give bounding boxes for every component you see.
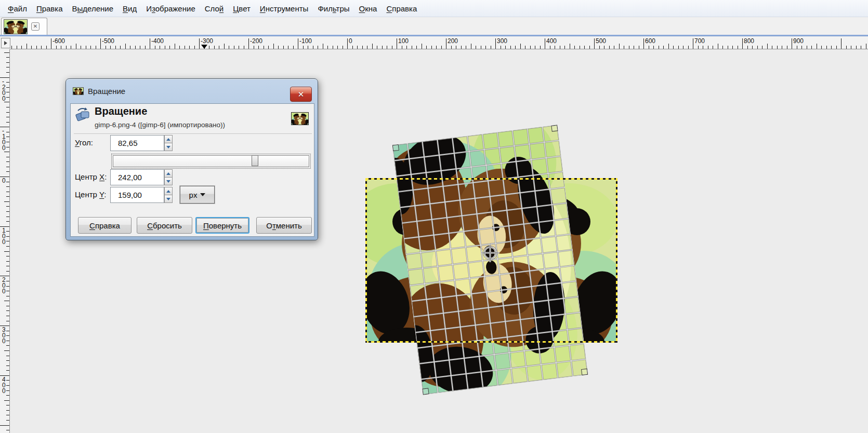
unit-value: px: [189, 191, 198, 199]
menu-item-layer[interactable]: Слой: [200, 2, 229, 16]
rotation-center-marker[interactable]: [480, 242, 501, 265]
menu-item-filters[interactable]: Фильтры: [313, 2, 354, 16]
separator: [74, 133, 312, 134]
menu-bar: ФайлПравкаВыделениеВидИзображениеСлойЦве…: [0, 0, 868, 17]
slider-handle[interactable]: [252, 155, 258, 166]
rotate-button[interactable]: Повернуть: [195, 217, 249, 234]
play-triangle-icon: [4, 41, 7, 45]
menu-item-colors[interactable]: Цвет: [228, 2, 255, 16]
dialog-header: Вращение gimp-6.png-4 ([gimp-6] (импорти…: [71, 104, 314, 133]
image-thumbnail: [4, 19, 28, 34]
dialog-title: Вращение: [88, 87, 125, 96]
rotate-tool-icon: [75, 107, 91, 124]
center-x-input[interactable]: [110, 169, 164, 185]
help-button[interactable]: Справка: [78, 217, 131, 234]
spin-up-button[interactable]: [164, 187, 173, 195]
rotate-dialog: Вращение ✕ Вращение gimp-6.png-4 ([gimp-…: [65, 78, 318, 240]
unit-dropdown[interactable]: px: [180, 186, 215, 204]
menu-item-select[interactable]: Выделение: [68, 2, 119, 16]
dialog-content: Вращение gimp-6.png-4 ([gimp-6] (импорти…: [70, 103, 314, 237]
center-x-spinner: [164, 169, 173, 185]
chevron-down-icon: [200, 193, 205, 196]
menu-item-help[interactable]: Справка: [382, 2, 422, 16]
spin-down-button[interactable]: [164, 178, 173, 185]
layer-thumbnail: [291, 112, 309, 125]
tab-bar: ✕: [0, 17, 868, 36]
arrow-up-icon: [166, 172, 170, 175]
close-tab-icon[interactable]: ✕: [31, 22, 40, 31]
dialog-button-row: СправкаСброситьПовернутьОтменить: [71, 217, 314, 234]
menu-item-view[interactable]: Вид: [118, 2, 141, 16]
menu-item-windows[interactable]: Окна: [354, 2, 382, 16]
ruler-origin-button[interactable]: [1, 38, 10, 48]
angle-spinner: [164, 135, 173, 151]
angle-label: Угол:: [75, 138, 93, 147]
transform-handle[interactable]: [551, 125, 558, 131]
dialog-header-title: Вращение: [95, 105, 147, 117]
menu-item-edit[interactable]: Правка: [32, 2, 68, 16]
arrow-up-icon: [166, 190, 170, 193]
dialog-header-subtitle: gimp-6.png-4 ([gimp-6] (импортировано)): [95, 121, 225, 129]
menu-item-image[interactable]: Изображение: [141, 2, 200, 16]
spin-up-button[interactable]: [164, 135, 173, 143]
vertical-ruler: - 2 0 0- 1 0 001 0 02 0 03 0 04 0 0: [0, 49, 10, 433]
spin-up-button[interactable]: [164, 169, 173, 178]
transform-handle[interactable]: [581, 369, 588, 375]
transform-handle[interactable]: [392, 144, 399, 151]
cancel-button[interactable]: Отменить: [256, 217, 312, 234]
close-icon: ✕: [291, 87, 311, 101]
spin-down-button[interactable]: [164, 143, 173, 151]
dialog-titlebar[interactable]: Вращение ✕: [66, 79, 318, 103]
slider-trough[interactable]: [113, 155, 309, 167]
gimp-window: ФайлПравкаВыделениеВидИзображениеСлойЦве…: [0, 0, 868, 433]
arrow-down-icon: [166, 180, 170, 183]
center-y-input[interactable]: [110, 187, 164, 203]
menu-item-file[interactable]: Файл: [3, 2, 32, 16]
arrow-down-icon: [166, 198, 170, 200]
center-x-label: Центр X:: [75, 172, 107, 181]
dialog-bear-icon: [73, 87, 84, 95]
horizontal-ruler: -600-500-400-300-200-1000100200300400500…: [10, 37, 868, 49]
transform-handle[interactable]: [422, 388, 429, 395]
angle-slider[interactable]: [111, 154, 311, 169]
center-y-label: Центр Y:: [75, 190, 106, 199]
angle-input[interactable]: [110, 135, 164, 151]
menu-item-tools[interactable]: Инструменты: [255, 2, 313, 16]
arrow-down-icon: [166, 146, 170, 148]
center-y-spinner: [164, 187, 173, 203]
arrow-up-icon: [166, 138, 170, 141]
close-button[interactable]: ✕: [290, 87, 312, 102]
reset-button[interactable]: Сбросить: [137, 217, 192, 234]
spin-down-button[interactable]: [164, 195, 173, 203]
pointer-position-marker: [201, 45, 207, 49]
image-tab[interactable]: ✕: [1, 18, 47, 35]
